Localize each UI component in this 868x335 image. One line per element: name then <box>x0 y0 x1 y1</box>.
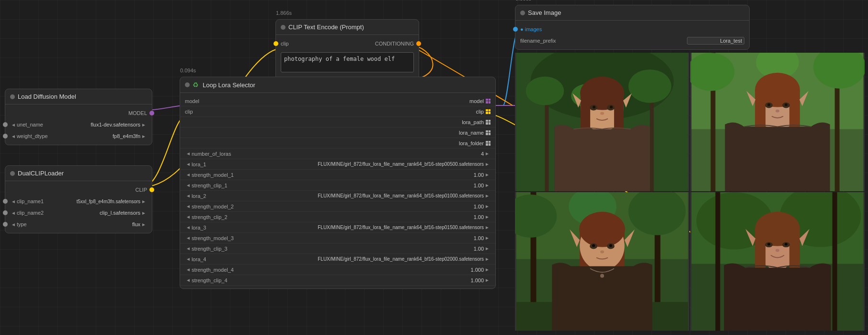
type-prev-btn[interactable]: ◄ <box>10 222 17 227</box>
model-output-port[interactable] <box>149 111 154 116</box>
lora-3-value: FLUX/MINE/girl_872/flux_lora_file_name_r… <box>259 225 484 230</box>
clip-name2-next-btn[interactable]: ► <box>140 210 147 216</box>
svg-point-6 <box>628 69 672 103</box>
image-grid <box>515 53 865 331</box>
strength-model-4-value: 1.000 <box>259 267 484 273</box>
clip-output-row: CLIP <box>5 184 152 196</box>
clip-input-label: clip <box>281 41 347 46</box>
images-input-port[interactable] <box>513 27 518 32</box>
str-clip-2-next[interactable]: ► <box>484 214 491 219</box>
lora-folder-grid-icon <box>486 141 491 146</box>
num-loras-prev[interactable]: ◄ <box>185 151 192 156</box>
prompt-textarea[interactable]: photography of a female wood elf <box>281 52 414 72</box>
str-model-4-next[interactable]: ► <box>484 267 491 272</box>
lora-2-prev[interactable]: ◄ <box>185 193 192 198</box>
lora-4-next[interactable]: ► <box>484 256 491 262</box>
strength-clip-2-row: ◄ strength_clip_2 1.00 ► <box>180 212 495 222</box>
strength-model-1-value: 1.00 <box>259 172 484 178</box>
weight-dtype-value: fp8_e4m3fn <box>113 133 140 139</box>
strength-clip-1-value: 1.00 <box>259 183 484 188</box>
str-model-1-next[interactable]: ► <box>484 172 491 177</box>
clip-name2-prev-btn[interactable]: ◄ <box>10 210 17 216</box>
dual-clip-loader-title: DualCLIPLoader <box>18 170 64 177</box>
str-clip-3-next[interactable]: ► <box>484 246 491 251</box>
clip-output-label: clip <box>252 109 484 115</box>
lora-3-next[interactable]: ► <box>484 225 491 230</box>
strength-model-1-label: strength_model_1 <box>192 172 259 178</box>
lora-1-next[interactable]: ► <box>484 162 491 167</box>
str-model-2-next[interactable]: ► <box>484 204 491 209</box>
dual-clip-loader-body: CLIP ◄ clip_name1 t5xxl_fp8_e4m3fn.safet… <box>5 181 152 233</box>
lora-path-label: lora_path <box>252 119 484 125</box>
strength-clip-3-row: ◄ strength_clip_3 1.00 ► <box>180 243 495 254</box>
lora-model-io-row: model model <box>180 96 495 106</box>
str-clip-4-prev[interactable]: ◄ <box>185 277 192 283</box>
lora-clip-io-row: clip clip <box>180 106 495 117</box>
conditioning-label: CONDITIONING <box>347 41 414 46</box>
loop-lora-selector-header: ♻ Loop Lora Selector <box>180 77 495 93</box>
svg-point-19 <box>610 106 613 109</box>
svg-point-20 <box>600 112 604 115</box>
clip-name1-port <box>3 199 8 204</box>
unet-name-prev-btn[interactable]: ◄ <box>10 122 17 127</box>
save-image-node: 0.563s Save Image ● images filename_pref… <box>515 5 750 50</box>
dual-clip-loader-header: DualCLIPLoader <box>5 166 152 181</box>
generated-image-3 <box>515 192 689 331</box>
strength-model-3-label: strength_model_3 <box>192 235 259 241</box>
save-image-header: Save Image <box>515 5 749 21</box>
str-clip-1-prev[interactable]: ◄ <box>185 183 192 188</box>
strength-clip-2-label: strength_clip_2 <box>192 214 259 220</box>
str-clip-3-prev[interactable]: ◄ <box>185 246 192 251</box>
num-loras-next[interactable]: ► <box>484 151 491 156</box>
str-clip-2-prev[interactable]: ◄ <box>185 214 192 219</box>
str-model-3-next[interactable]: ► <box>484 235 491 241</box>
svg-point-62 <box>609 244 612 247</box>
type-value: flux <box>132 221 140 227</box>
svg-point-41 <box>785 104 788 106</box>
lora-4-prev[interactable]: ◄ <box>185 256 192 262</box>
strength-model-2-label: strength_model_2 <box>192 204 259 209</box>
str-model-1-prev[interactable]: ◄ <box>185 172 192 177</box>
str-clip-1-next[interactable]: ► <box>484 183 491 188</box>
filename-prefix-input[interactable] <box>687 37 744 45</box>
clip-text-encode-title: CLIP Text Encode (Prompt) <box>288 23 364 31</box>
unet-name-next-btn[interactable]: ► <box>140 122 147 127</box>
model-output-label: MODEL <box>10 110 147 116</box>
weight-dtype-prev-btn[interactable]: ◄ <box>10 134 17 139</box>
lora-2-row: ◄ lora_2 FLUX/MINE/girl_872/flux_lora_fi… <box>180 191 495 201</box>
image-cell-4 <box>690 192 865 331</box>
type-next-btn[interactable]: ► <box>140 222 147 227</box>
type-label: type <box>17 221 132 227</box>
save-image-title: Save Image <box>528 9 561 16</box>
lora-3-prev[interactable]: ◄ <box>185 225 192 230</box>
load-diffusion-model-body: MODEL ◄ unet_name flux1-dev.safetensors … <box>5 104 152 145</box>
conditioning-output-port[interactable] <box>416 41 421 46</box>
lora-name-grid-icon <box>486 130 491 135</box>
strength-model-4-row: ◄ strength_model_4 1.000 ► <box>180 265 495 275</box>
weight-dtype-next-btn[interactable]: ► <box>140 134 147 139</box>
str-clip-4-next[interactable]: ► <box>484 277 491 283</box>
strength-model-3-row: ◄ strength_model_3 1.00 ► <box>180 233 495 243</box>
strength-model-2-value: 1.00 <box>259 204 484 209</box>
lora-2-next[interactable]: ► <box>484 193 491 198</box>
weight-dtype-port <box>3 134 8 139</box>
svg-point-18 <box>593 106 595 109</box>
save-image-body: ● images filename_prefix <box>515 21 749 49</box>
str-model-2-prev[interactable]: ◄ <box>185 204 192 209</box>
clip-input-port[interactable] <box>274 41 278 46</box>
lora-4-label: lora_4 <box>192 256 259 262</box>
str-model-4-prev[interactable]: ◄ <box>185 267 192 272</box>
unet-name-row: ◄ unet_name flux1-dev.safetensors ► <box>5 119 152 130</box>
loop-lora-selector-node: 0.094s ♻ Loop Lora Selector model model … <box>180 77 496 289</box>
clip-name1-prev-btn[interactable]: ◄ <box>10 199 17 204</box>
unet-name-label: unet_name <box>17 122 91 127</box>
lora-3-row: ◄ lora_3 FLUX/MINE/girl_872/flux_lora_fi… <box>180 222 495 233</box>
svg-rect-70 <box>833 192 837 331</box>
generated-image-2 <box>690 53 865 191</box>
lora-1-prev[interactable]: ◄ <box>185 162 192 167</box>
clip-name1-next-btn[interactable]: ► <box>140 199 147 204</box>
clip-output-port[interactable] <box>149 187 154 192</box>
model-output-label: model <box>252 98 484 104</box>
svg-rect-69 <box>715 192 720 331</box>
str-model-3-prev[interactable]: ◄ <box>185 235 192 241</box>
